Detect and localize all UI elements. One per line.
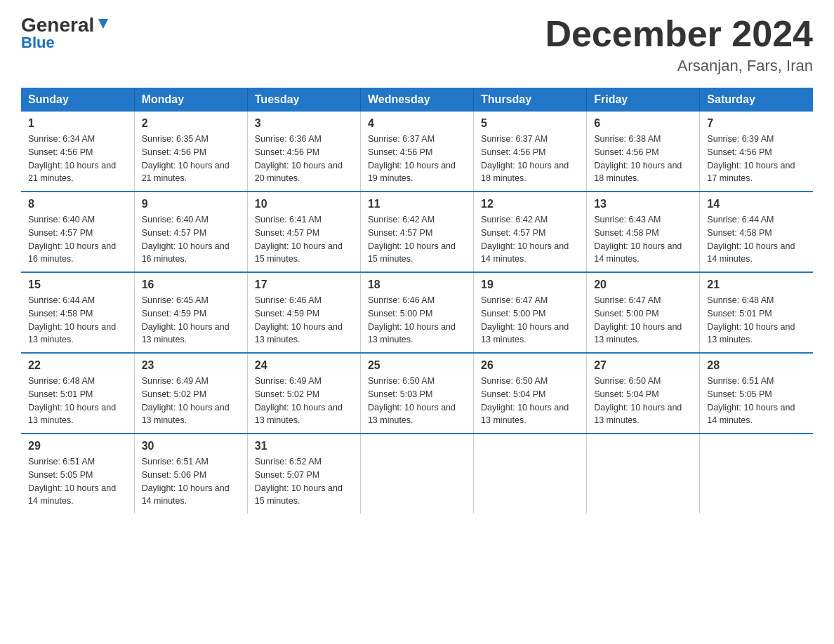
day-number: 1 xyxy=(28,117,127,130)
calendar-day-cell: 2 Sunrise: 6:35 AM Sunset: 4:56 PM Dayli… xyxy=(134,112,247,192)
day-number: 14 xyxy=(707,198,806,210)
day-number: 9 xyxy=(142,198,240,210)
calendar-day-cell: 8 Sunrise: 6:40 AM Sunset: 4:57 PM Dayli… xyxy=(21,192,134,272)
day-info: Sunrise: 6:50 AM Sunset: 5:04 PM Dayligh… xyxy=(594,375,692,427)
day-number: 6 xyxy=(594,117,692,130)
day-info: Sunrise: 6:46 AM Sunset: 4:59 PM Dayligh… xyxy=(255,294,353,347)
day-info: Sunrise: 6:47 AM Sunset: 5:00 PM Dayligh… xyxy=(481,294,579,347)
calendar-day-cell: 3 Sunrise: 6:36 AM Sunset: 4:56 PM Dayli… xyxy=(247,112,360,192)
day-number: 30 xyxy=(142,440,240,452)
calendar-day-cell: 20 Sunrise: 6:47 AM Sunset: 5:00 PM Dayl… xyxy=(587,272,700,353)
calendar-week-row: 22 Sunrise: 6:48 AM Sunset: 5:01 PM Dayl… xyxy=(21,353,813,434)
location-subtitle: Arsanjan, Fars, Iran xyxy=(545,57,813,75)
day-info: Sunrise: 6:39 AM Sunset: 4:56 PM Dayligh… xyxy=(707,133,806,185)
day-number: 18 xyxy=(368,279,466,291)
day-number: 11 xyxy=(368,198,466,210)
day-info: Sunrise: 6:41 AM Sunset: 4:57 PM Dayligh… xyxy=(255,213,353,266)
day-number: 5 xyxy=(481,117,579,130)
day-info: Sunrise: 6:42 AM Sunset: 4:57 PM Dayligh… xyxy=(368,213,466,266)
day-info: Sunrise: 6:37 AM Sunset: 4:56 PM Dayligh… xyxy=(481,133,579,185)
day-info: Sunrise: 6:42 AM Sunset: 4:57 PM Dayligh… xyxy=(481,213,579,266)
day-info: Sunrise: 6:45 AM Sunset: 4:59 PM Dayligh… xyxy=(142,294,240,347)
calendar-day-cell xyxy=(700,434,813,514)
month-year-title: December 2024 xyxy=(545,14,813,54)
calendar-day-cell: 22 Sunrise: 6:48 AM Sunset: 5:01 PM Dayl… xyxy=(21,353,134,434)
day-info: Sunrise: 6:52 AM Sunset: 5:07 PM Dayligh… xyxy=(255,455,353,508)
calendar-day-cell: 6 Sunrise: 6:38 AM Sunset: 4:56 PM Dayli… xyxy=(587,112,700,192)
day-info: Sunrise: 6:44 AM Sunset: 4:58 PM Dayligh… xyxy=(707,213,806,266)
col-tuesday: Tuesday xyxy=(247,88,360,112)
calendar-day-cell xyxy=(587,434,700,514)
day-number: 31 xyxy=(255,440,353,452)
calendar-day-cell: 21 Sunrise: 6:48 AM Sunset: 5:01 PM Dayl… xyxy=(700,272,813,353)
calendar-day-cell: 27 Sunrise: 6:50 AM Sunset: 5:04 PM Dayl… xyxy=(587,353,700,434)
day-info: Sunrise: 6:38 AM Sunset: 4:56 PM Dayligh… xyxy=(594,133,692,185)
day-number: 8 xyxy=(28,198,127,210)
calendar-day-cell: 29 Sunrise: 6:51 AM Sunset: 5:05 PM Dayl… xyxy=(21,434,134,514)
calendar-day-cell: 1 Sunrise: 6:34 AM Sunset: 4:56 PM Dayli… xyxy=(21,112,134,192)
calendar-day-cell xyxy=(360,434,473,514)
calendar-day-cell: 26 Sunrise: 6:50 AM Sunset: 5:04 PM Dayl… xyxy=(474,353,587,434)
calendar-day-cell: 18 Sunrise: 6:46 AM Sunset: 5:00 PM Dayl… xyxy=(360,272,473,353)
day-info: Sunrise: 6:35 AM Sunset: 4:56 PM Dayligh… xyxy=(142,133,240,185)
day-info: Sunrise: 6:50 AM Sunset: 5:03 PM Dayligh… xyxy=(368,375,466,427)
calendar-day-cell: 16 Sunrise: 6:45 AM Sunset: 4:59 PM Dayl… xyxy=(134,272,247,353)
day-info: Sunrise: 6:51 AM Sunset: 5:06 PM Dayligh… xyxy=(142,455,240,508)
day-info: Sunrise: 6:50 AM Sunset: 5:04 PM Dayligh… xyxy=(481,375,579,427)
calendar-week-row: 15 Sunrise: 6:44 AM Sunset: 4:58 PM Dayl… xyxy=(21,272,813,353)
col-monday: Monday xyxy=(134,88,247,112)
day-info: Sunrise: 6:40 AM Sunset: 4:57 PM Dayligh… xyxy=(142,213,240,266)
svg-marker-0 xyxy=(98,19,108,29)
day-number: 22 xyxy=(28,359,127,372)
calendar-day-cell: 30 Sunrise: 6:51 AM Sunset: 5:06 PM Dayl… xyxy=(134,434,247,514)
day-number: 19 xyxy=(481,279,579,291)
calendar-day-cell: 11 Sunrise: 6:42 AM Sunset: 4:57 PM Dayl… xyxy=(360,192,473,272)
col-thursday: Thursday xyxy=(474,88,587,112)
calendar-day-cell: 5 Sunrise: 6:37 AM Sunset: 4:56 PM Dayli… xyxy=(474,112,587,192)
calendar-day-cell: 31 Sunrise: 6:52 AM Sunset: 5:07 PM Dayl… xyxy=(247,434,360,514)
day-number: 2 xyxy=(142,117,240,130)
day-number: 16 xyxy=(142,279,240,291)
day-number: 17 xyxy=(255,279,353,291)
day-info: Sunrise: 6:51 AM Sunset: 5:05 PM Dayligh… xyxy=(707,375,806,427)
day-number: 15 xyxy=(28,279,127,291)
day-info: Sunrise: 6:48 AM Sunset: 5:01 PM Dayligh… xyxy=(28,375,127,427)
day-info: Sunrise: 6:46 AM Sunset: 5:00 PM Dayligh… xyxy=(368,294,466,347)
calendar-day-cell: 17 Sunrise: 6:46 AM Sunset: 4:59 PM Dayl… xyxy=(247,272,360,353)
day-number: 26 xyxy=(481,359,579,372)
calendar-day-cell: 9 Sunrise: 6:40 AM Sunset: 4:57 PM Dayli… xyxy=(134,192,247,272)
day-info: Sunrise: 6:34 AM Sunset: 4:56 PM Dayligh… xyxy=(28,133,127,185)
col-wednesday: Wednesday xyxy=(360,88,473,112)
calendar-day-cell: 4 Sunrise: 6:37 AM Sunset: 4:56 PM Dayli… xyxy=(360,112,473,192)
day-number: 29 xyxy=(28,440,127,452)
day-number: 21 xyxy=(707,279,806,291)
day-info: Sunrise: 6:48 AM Sunset: 5:01 PM Dayligh… xyxy=(707,294,806,347)
day-number: 12 xyxy=(481,198,579,210)
col-sunday: Sunday xyxy=(21,88,134,112)
day-number: 7 xyxy=(707,117,806,130)
day-number: 24 xyxy=(255,359,353,372)
day-number: 20 xyxy=(594,279,692,291)
calendar-day-cell: 23 Sunrise: 6:49 AM Sunset: 5:02 PM Dayl… xyxy=(134,353,247,434)
calendar-day-cell: 7 Sunrise: 6:39 AM Sunset: 4:56 PM Dayli… xyxy=(700,112,813,192)
day-info: Sunrise: 6:49 AM Sunset: 5:02 PM Dayligh… xyxy=(142,375,240,427)
calendar-day-cell xyxy=(474,434,587,514)
title-block: December 2024 Arsanjan, Fars, Iran xyxy=(545,14,813,75)
calendar-week-row: 29 Sunrise: 6:51 AM Sunset: 5:05 PM Dayl… xyxy=(21,434,813,514)
page-header: General Blue December 2024 Arsanjan, Far… xyxy=(21,14,813,75)
day-number: 3 xyxy=(255,117,353,130)
day-number: 27 xyxy=(594,359,692,372)
calendar-day-cell: 24 Sunrise: 6:49 AM Sunset: 5:02 PM Dayl… xyxy=(247,353,360,434)
calendar-week-row: 1 Sunrise: 6:34 AM Sunset: 4:56 PM Dayli… xyxy=(21,112,813,192)
day-number: 4 xyxy=(368,117,466,130)
col-saturday: Saturday xyxy=(700,88,813,112)
calendar-day-cell: 13 Sunrise: 6:43 AM Sunset: 4:58 PM Dayl… xyxy=(587,192,700,272)
col-friday: Friday xyxy=(587,88,700,112)
logo-blue: Blue xyxy=(21,34,55,52)
day-number: 13 xyxy=(594,198,692,210)
day-number: 10 xyxy=(255,198,353,210)
logo: General Blue xyxy=(21,14,111,52)
day-info: Sunrise: 6:36 AM Sunset: 4:56 PM Dayligh… xyxy=(255,133,353,185)
calendar-day-cell: 14 Sunrise: 6:44 AM Sunset: 4:58 PM Dayl… xyxy=(700,192,813,272)
calendar-table: Sunday Monday Tuesday Wednesday Thursday… xyxy=(21,88,813,514)
